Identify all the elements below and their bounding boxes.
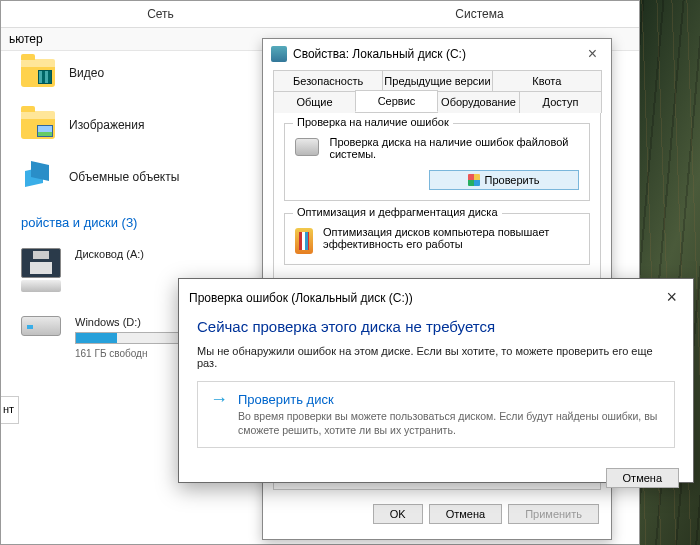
group-text: Оптимизация дисков компьютера повышает э…	[323, 226, 579, 250]
close-icon[interactable]: ×	[582, 45, 603, 63]
ribbon-tab-system[interactable]: Система	[320, 1, 639, 27]
drive-free-space: 161 ГБ свободн	[75, 348, 195, 359]
tab-previous-versions[interactable]: Предыдущие версии	[382, 70, 492, 91]
action-title: Проверить диск	[238, 392, 662, 407]
drive-properties-icon	[271, 46, 287, 62]
action-description: Во время проверки вы можете пользоваться…	[238, 409, 662, 437]
apply-button[interactable]: Применить	[508, 504, 599, 524]
tab-general[interactable]: Общие	[273, 91, 356, 113]
scan-drive-action[interactable]: → Проверить диск Во время проверки вы мо…	[197, 381, 675, 448]
cancel-button[interactable]: Отмена	[429, 504, 502, 524]
dialog-title: Свойства: Локальный диск (C:)	[293, 47, 466, 61]
folder-label: Видео	[69, 66, 104, 80]
hdd-drive-icon	[21, 316, 61, 336]
button-label: Проверить	[484, 174, 539, 186]
tabs-container: Безопасность Предыдущие версии Квота Общ…	[263, 69, 611, 112]
tab-quota[interactable]: Квота	[492, 70, 602, 91]
check-heading: Сейчас проверка этого диска не требуется	[197, 318, 675, 335]
group-text: Проверка диска на наличие ошибок файлово…	[329, 136, 579, 160]
disk-icon	[295, 138, 319, 156]
group-title: Оптимизация и дефрагментация диска	[293, 206, 502, 218]
videos-folder-icon	[21, 59, 55, 87]
tab-tools[interactable]: Сервис	[355, 90, 438, 112]
drive-label: Дисковод (A:)	[75, 248, 144, 260]
error-check-titlebar[interactable]: Проверка ошибок (Локальный диск (C:)) ×	[179, 279, 693, 316]
drive-usage-bar	[75, 332, 195, 344]
tab-security[interactable]: Безопасность	[273, 70, 383, 91]
cancel-button[interactable]: Отмена	[606, 468, 679, 488]
properties-titlebar[interactable]: Свойства: Локальный диск (C:) ×	[263, 39, 611, 69]
error-checking-group: Проверка на наличие ошибок Проверка диск…	[284, 123, 590, 201]
ribbon-tab-network[interactable]: Сеть	[1, 1, 320, 27]
uac-shield-icon	[468, 174, 480, 186]
folder-label: Объемные объекты	[69, 170, 179, 184]
status-stub: нт	[1, 396, 19, 424]
tab-sharing[interactable]: Доступ	[519, 91, 602, 113]
floppy-drive-icon	[21, 248, 61, 292]
arrow-right-icon: →	[210, 392, 228, 437]
group-title: Проверка на наличие ошибок	[293, 116, 453, 128]
images-folder-icon	[21, 111, 55, 139]
ok-button[interactable]: OK	[373, 504, 423, 524]
tab-hardware[interactable]: Оборудование	[437, 91, 520, 113]
close-icon[interactable]: ×	[660, 287, 683, 308]
error-check-dialog: Проверка ошибок (Локальный диск (C:)) × …	[178, 278, 694, 483]
check-message: Мы не обнаружили ошибок на этом диске. Е…	[197, 345, 675, 369]
drive-label: Windows (D:)	[75, 316, 195, 328]
folder-label: Изображения	[69, 118, 144, 132]
3d-objects-icon	[21, 163, 55, 191]
check-button[interactable]: Проверить	[429, 170, 579, 190]
explorer-ribbon: Сеть Система	[1, 1, 639, 28]
optimize-group: Оптимизация и дефрагментация диска Оптим…	[284, 213, 590, 265]
defrag-icon	[295, 228, 313, 254]
dialog-buttons: OK Отмена Применить	[263, 496, 611, 532]
dialog-title: Проверка ошибок (Локальный диск (C:))	[189, 291, 413, 305]
